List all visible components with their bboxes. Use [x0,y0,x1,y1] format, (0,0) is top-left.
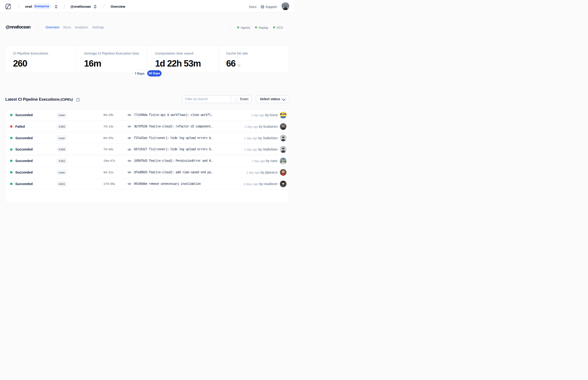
svg-text:?: ? [77,98,79,101]
